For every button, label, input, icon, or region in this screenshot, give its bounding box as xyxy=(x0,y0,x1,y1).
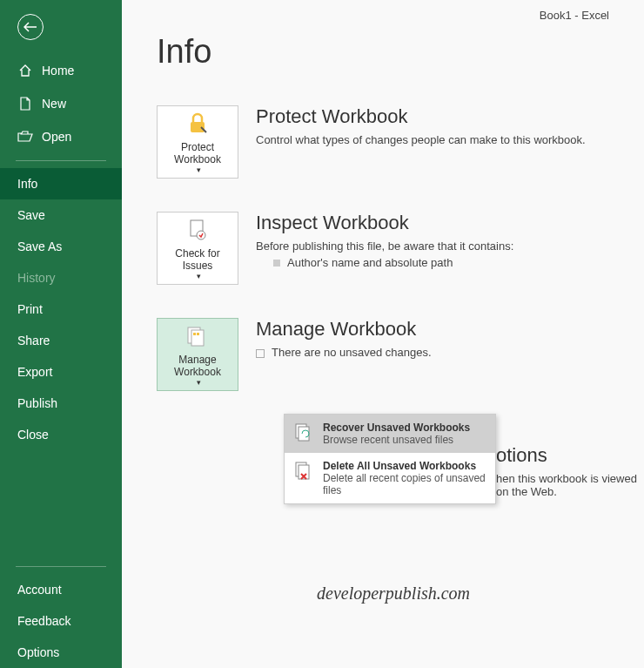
sidebar-item-print[interactable]: Print xyxy=(0,294,122,325)
sidebar-item-save[interactable]: Save xyxy=(0,199,122,231)
manage-section: Manage Workbook▾ Manage Workbook There a… xyxy=(157,318,644,391)
sidebar-item-label: Options xyxy=(17,645,59,659)
new-icon xyxy=(17,96,33,111)
sidebar-item-label: History xyxy=(17,271,56,285)
sidebar-item-export[interactable]: Export xyxy=(0,356,122,388)
sidebar-item-home[interactable]: Home xyxy=(0,54,122,87)
menu-item-desc: Delete all recent copies of unsaved file… xyxy=(323,472,486,496)
sidebar-item-label: Export xyxy=(17,365,52,379)
document-check-icon xyxy=(184,216,211,244)
inspect-section: Check for Issues▾ Inspect Workbook Befor… xyxy=(157,212,644,285)
manage-workbook-button[interactable]: Manage Workbook▾ xyxy=(157,318,238,391)
section-heading: Manage Workbook xyxy=(256,318,644,341)
section-description-partial: hen this workbook is viewed on the Web. xyxy=(496,472,644,498)
divider xyxy=(16,160,106,161)
section-description: Control what types of changes people can… xyxy=(256,133,644,146)
svg-rect-5 xyxy=(193,333,196,335)
sidebar-item-label: Save As xyxy=(17,240,62,253)
sidebar-item-new[interactable]: New xyxy=(0,87,122,120)
sidebar: Home New Open Info Save Save As History … xyxy=(0,0,122,668)
sidebar-item-label: Home xyxy=(42,64,74,78)
sidebar-item-label: New xyxy=(42,97,66,111)
page-title: Info xyxy=(157,33,644,71)
sidebar-item-close[interactable]: Close xyxy=(0,419,122,450)
chevron-down-icon: ▾ xyxy=(197,165,201,174)
sidebar-item-label: Info xyxy=(17,177,37,191)
recover-unsaved-menu-item[interactable]: Recover Unsaved Workbooks Browse recent … xyxy=(285,415,495,453)
sidebar-item-history: History xyxy=(0,262,122,294)
svg-rect-6 xyxy=(197,333,199,335)
bullet-icon xyxy=(273,260,280,267)
lock-icon xyxy=(184,110,211,138)
home-icon xyxy=(17,63,33,78)
watermark: developerpublish.com xyxy=(317,584,470,604)
divider xyxy=(16,566,106,567)
menu-item-title: Delete All Unsaved Workbooks xyxy=(323,460,486,472)
open-icon xyxy=(17,129,33,145)
manage-workbook-dropdown: Recover Unsaved Workbooks Browse recent … xyxy=(284,414,496,504)
sidebar-item-label: Print xyxy=(17,302,43,316)
workbook-icon xyxy=(184,322,211,350)
section-heading-partial: otions xyxy=(496,444,644,467)
sidebar-item-info[interactable]: Info xyxy=(0,168,122,199)
svg-rect-0 xyxy=(191,122,205,132)
button-label: Manage Workbook xyxy=(161,354,234,378)
main-content: Book1 - Excel Info Protect Workbook▾ Pro… xyxy=(122,0,644,668)
delete-icon xyxy=(293,460,314,481)
section-heading: Inspect Workbook xyxy=(256,212,644,234)
check-issues-button[interactable]: Check for Issues▾ xyxy=(157,212,238,285)
bullet-text: Author's name and absolute path xyxy=(287,256,453,269)
section-description: There are no unsaved changes. xyxy=(256,346,644,359)
sidebar-item-options[interactable]: Options xyxy=(0,637,122,668)
back-button[interactable] xyxy=(0,0,122,54)
document-icon xyxy=(256,349,265,358)
title-bar: Book1 - Excel xyxy=(540,9,609,22)
menu-item-title: Recover Unsaved Workbooks xyxy=(323,422,470,434)
sidebar-item-label: Publish xyxy=(17,396,57,410)
browser-view-section-partial: otions hen this workbook is viewed on th… xyxy=(496,444,644,498)
sidebar-item-label: Account xyxy=(17,583,62,597)
sidebar-item-share[interactable]: Share xyxy=(0,325,122,356)
sidebar-item-label: Save xyxy=(17,208,45,222)
section-description: Before publishing this file, be aware th… xyxy=(256,240,644,253)
section-heading: Protect Workbook xyxy=(256,105,644,128)
sidebar-item-label: Share xyxy=(17,334,50,347)
svg-rect-4 xyxy=(191,330,204,346)
sidebar-item-open[interactable]: Open xyxy=(0,120,122,153)
chevron-down-icon: ▾ xyxy=(197,272,201,280)
svg-point-2 xyxy=(197,231,205,240)
menu-item-desc: Browse recent unsaved files xyxy=(323,434,470,446)
svg-rect-8 xyxy=(299,427,309,441)
sidebar-item-label: Feedback xyxy=(17,614,70,628)
sidebar-item-label: Open xyxy=(42,130,71,144)
sidebar-item-saveas[interactable]: Save As xyxy=(0,231,122,262)
delete-unsaved-menu-item[interactable]: Delete All Unsaved Workbooks Delete all … xyxy=(285,453,495,503)
sidebar-item-feedback[interactable]: Feedback xyxy=(0,605,122,637)
protect-section: Protect Workbook▾ Protect Workbook Contr… xyxy=(157,105,644,179)
chevron-down-icon: ▾ xyxy=(197,378,201,387)
inspect-bullet: Author's name and absolute path xyxy=(273,256,644,269)
sidebar-item-publish[interactable]: Publish xyxy=(0,388,122,419)
button-label: Check for Issues xyxy=(161,247,234,272)
sidebar-item-account[interactable]: Account xyxy=(0,574,122,605)
button-label: Protect Workbook xyxy=(161,141,234,165)
back-arrow-icon xyxy=(17,14,44,40)
recover-icon xyxy=(293,422,314,442)
sidebar-item-label: Close xyxy=(17,428,49,442)
protect-workbook-button[interactable]: Protect Workbook▾ xyxy=(157,105,238,179)
